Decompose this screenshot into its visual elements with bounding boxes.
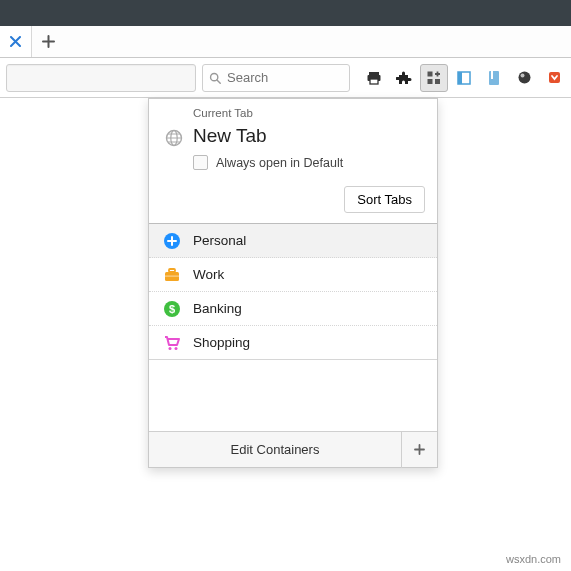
globe-icon <box>165 129 183 150</box>
tab-strip <box>0 26 571 58</box>
current-tab-name: New Tab <box>193 125 267 147</box>
svg-rect-10 <box>491 71 493 79</box>
pocket-button[interactable] <box>540 64 568 92</box>
print-button[interactable] <box>360 64 388 92</box>
plus-icon <box>42 35 55 48</box>
popup-footer: Edit Containers <box>149 431 437 467</box>
window-titlebar <box>0 0 571 26</box>
search-input[interactable] <box>227 70 343 85</box>
add-container-button[interactable] <box>401 432 437 468</box>
briefcase-icon <box>163 266 181 284</box>
browser-toolbar <box>0 58 571 98</box>
dollar-icon: $ <box>163 300 181 318</box>
page-content: Current Tab New Tab Always open in Defau… <box>0 98 571 571</box>
always-open-checkbox[interactable] <box>193 155 208 170</box>
sidebar-button[interactable] <box>450 64 478 92</box>
svg-rect-9 <box>489 71 499 85</box>
svg-rect-3 <box>370 79 378 84</box>
bookmarks-button[interactable] <box>480 64 508 92</box>
svg-rect-19 <box>165 275 179 276</box>
url-bar[interactable] <box>6 64 196 92</box>
container-label: Shopping <box>193 335 250 350</box>
svg-rect-5 <box>435 79 440 84</box>
current-tab-label: Current Tab <box>193 107 253 119</box>
containers-icon <box>426 70 442 86</box>
svg-rect-6 <box>428 79 433 84</box>
addons-button[interactable] <box>390 64 418 92</box>
container-label: Personal <box>193 233 246 248</box>
pocket-icon <box>547 70 562 85</box>
search-icon <box>209 71 221 85</box>
container-list: Personal Work $ Banking Shopping <box>149 223 437 360</box>
svg-point-23 <box>175 347 178 350</box>
new-tab-button[interactable] <box>32 26 64 57</box>
watermark: wsxdn.com <box>506 553 561 565</box>
container-item-work[interactable]: Work <box>149 258 437 292</box>
browser-tab[interactable] <box>0 26 32 57</box>
book-icon <box>487 70 501 86</box>
search-bar[interactable] <box>202 64 350 92</box>
svg-rect-13 <box>549 72 560 83</box>
svg-rect-8 <box>458 72 462 84</box>
container-item-shopping[interactable]: Shopping <box>149 326 437 360</box>
downloads-button[interactable] <box>510 64 538 92</box>
container-label: Work <box>193 267 224 282</box>
cart-icon <box>163 334 181 352</box>
sidebar-icon <box>456 70 472 86</box>
always-open-label: Always open in Default <box>216 156 343 170</box>
svg-text:$: $ <box>169 303 175 315</box>
svg-rect-1 <box>369 72 379 75</box>
globe-dark-icon <box>517 70 532 85</box>
print-icon <box>366 70 382 86</box>
svg-point-22 <box>169 347 172 350</box>
svg-rect-4 <box>428 71 433 76</box>
container-item-banking[interactable]: $ Banking <box>149 292 437 326</box>
svg-rect-18 <box>169 269 175 272</box>
plus-icon <box>413 443 426 456</box>
sort-tabs-button[interactable]: Sort Tabs <box>344 186 425 213</box>
puzzle-icon <box>396 70 412 86</box>
container-label: Banking <box>193 301 242 316</box>
circle-plus-icon <box>163 232 181 250</box>
close-icon[interactable] <box>10 36 21 47</box>
container-item-personal[interactable]: Personal <box>149 224 437 258</box>
svg-point-11 <box>518 72 530 84</box>
containers-button[interactable] <box>420 64 448 92</box>
containers-popup: Current Tab New Tab Always open in Defau… <box>148 98 438 468</box>
svg-point-12 <box>520 74 524 78</box>
edit-containers-button[interactable]: Edit Containers <box>149 442 401 457</box>
